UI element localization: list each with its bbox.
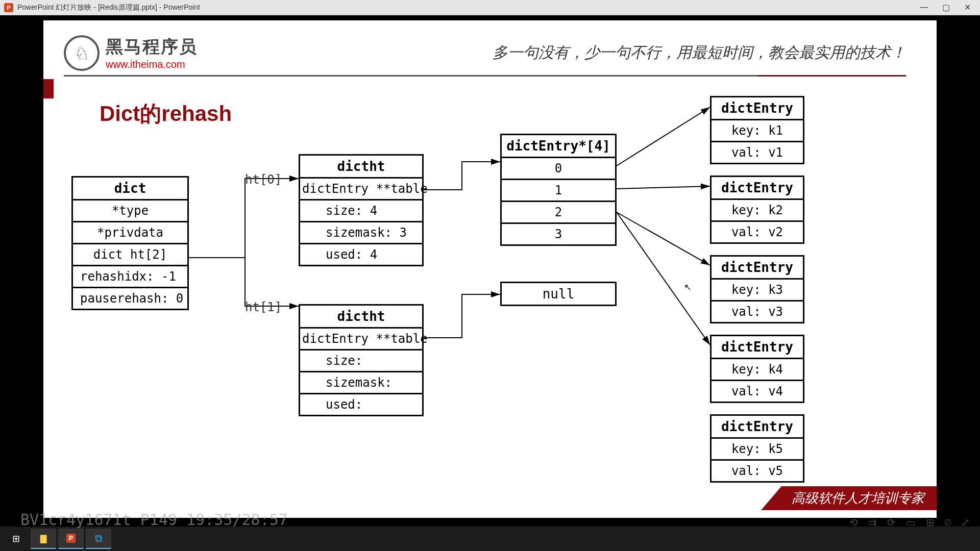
dictht0-row: sizemask: 3 xyxy=(300,221,422,243)
video-overlay-text: BV1cr4y1671t P149 19:35/28:57 xyxy=(20,511,288,529)
dictht0-title: dictht xyxy=(300,156,422,177)
entry-title: dictEntry xyxy=(712,336,803,358)
dictentry-2: dictEntry key: k2 val: v2 xyxy=(710,176,804,244)
dictentry-5: dictEntry key: k5 val: v5 xyxy=(710,414,804,483)
svg-line-3 xyxy=(617,212,710,345)
footer-ribbon: 高级软件人才培训专家 xyxy=(761,486,937,510)
dictht1-row: size: xyxy=(300,349,422,371)
dict-row: dict ht[2] xyxy=(73,243,187,265)
ht0-label: ht[0] xyxy=(245,172,282,187)
dict-title: dict xyxy=(73,178,187,199)
entry-val: val: v2 xyxy=(712,220,803,242)
dictentry-4: dictEntry key: k4 val: v4 xyxy=(710,335,804,403)
dictht1-row: sizemask: xyxy=(300,371,422,393)
entry-key: key: k2 xyxy=(712,198,803,220)
entry-key: key: k4 xyxy=(712,358,803,380)
entry-title: dictEntry xyxy=(712,257,803,278)
slide-canvas: ♘ 黑马程序员 www.itheima.com 多一句没有，少一句不行，用最短时… xyxy=(43,20,937,518)
null-box: null xyxy=(500,282,617,306)
dict-row: *privdata xyxy=(73,221,187,243)
dict-row: *type xyxy=(73,199,187,221)
entry-title: dictEntry xyxy=(712,416,803,437)
svg-line-2 xyxy=(617,212,710,265)
svg-line-0 xyxy=(617,107,710,166)
dictht1-title: dictht xyxy=(300,306,422,327)
taskbar-powerpoint-icon[interactable]: P xyxy=(58,529,84,549)
entry-key: key: k1 xyxy=(712,119,803,141)
diagram: dict *type *privdata dict ht[2] rehashid… xyxy=(43,20,937,518)
dictentry-1: dictEntry key: k1 val: v1 xyxy=(710,96,804,164)
taskbar-explorer-icon[interactable]: ▇ xyxy=(31,529,56,549)
entry-val: val: v1 xyxy=(712,141,803,163)
dictentry-3: dictEntry key: k3 val: v3 xyxy=(710,255,804,323)
dictht1-struct: dictht dictEntry **table size: sizemask:… xyxy=(299,304,424,416)
dict-struct: dict *type *privdata dict ht[2] rehashid… xyxy=(71,176,189,310)
dictht1-row: used: xyxy=(300,393,422,415)
dictht0-row: used: 4 xyxy=(300,243,422,265)
maximize-button[interactable]: ▢ xyxy=(942,3,950,12)
close-button[interactable]: ✕ xyxy=(964,3,971,12)
dictht0-row: size: 4 xyxy=(300,199,422,221)
dictht0-row: dictEntry **table xyxy=(300,177,422,199)
entry-val: val: v4 xyxy=(712,380,803,402)
array-slot: 3 xyxy=(502,222,615,244)
dict-row: rehashidx: -1 xyxy=(73,265,187,287)
taskbar-vscode-icon[interactable]: ⧉ xyxy=(86,529,111,549)
dictht0-struct: dictht dictEntry **table size: 4 sizemas… xyxy=(299,154,424,266)
window-title: PowerPoint 幻灯片放映 - [Redis原理篇.pptx] - Pow… xyxy=(17,3,200,12)
dictht1-row: dictEntry **table xyxy=(300,327,422,349)
dictentry-array: dictEntry*[4] 0 1 2 3 xyxy=(500,134,617,246)
slide-stage: ♘ 黑马程序员 www.itheima.com 多一句没有，少一句不行，用最短时… xyxy=(0,15,980,532)
start-button[interactable]: ⊞ xyxy=(3,529,29,549)
entry-title: dictEntry xyxy=(712,177,803,198)
array-slot: 1 xyxy=(502,179,615,201)
windows-taskbar[interactable]: ⊞ ▇ P ⧉ xyxy=(0,527,980,551)
svg-line-1 xyxy=(617,186,710,189)
dict-row: pauserehash: 0 xyxy=(73,287,187,309)
minimize-button[interactable]: — xyxy=(920,3,928,12)
array-title: dictEntry*[4] xyxy=(502,135,615,157)
window-titlebar: P PowerPoint 幻灯片放映 - [Redis原理篇.pptx] - P… xyxy=(0,0,980,15)
ht1-label: ht[1] xyxy=(245,300,282,314)
entry-key: key: k5 xyxy=(712,437,803,459)
powerpoint-icon: P xyxy=(4,3,13,12)
entry-title: dictEntry xyxy=(712,97,803,119)
entry-val: val: v5 xyxy=(712,459,803,481)
array-slot: 2 xyxy=(502,201,615,222)
entry-key: key: k3 xyxy=(712,278,803,300)
entry-val: val: v3 xyxy=(712,300,803,322)
null-label: null xyxy=(502,283,615,305)
array-slot: 0 xyxy=(502,157,615,179)
mouse-cursor-icon: ↖ xyxy=(684,282,692,293)
